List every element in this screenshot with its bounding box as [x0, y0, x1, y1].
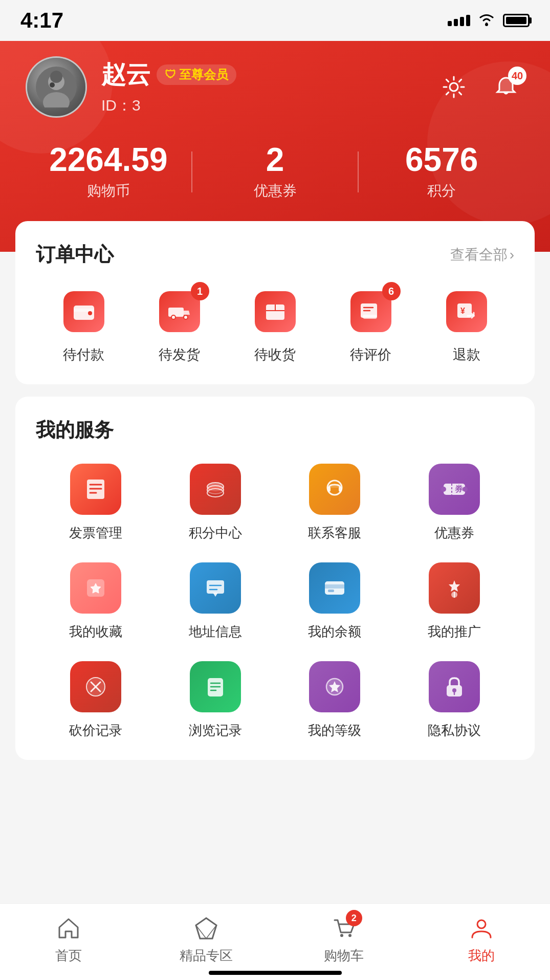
service-grid: 发票管理 积分中心 联系客服 [36, 464, 514, 739]
address-icon [190, 562, 241, 614]
svg-point-5 [50, 71, 62, 83]
service-customer-service[interactable]: 联系客服 [275, 464, 395, 542]
person-icon [467, 914, 496, 943]
svg-rect-43 [328, 590, 334, 592]
coupons-label: 优惠券 [192, 181, 358, 201]
svg-point-28 [207, 489, 224, 497]
balance-icon [309, 562, 360, 614]
nav-home-label: 首页 [55, 947, 82, 965]
user-id: ID：3 [101, 95, 236, 116]
points-center-icon [190, 464, 241, 515]
service-privacy[interactable]: 隐私协议 [394, 661, 514, 739]
service-coupon-label: 优惠券 [434, 524, 474, 542]
svg-point-4 [50, 82, 55, 88]
invoice-icon [70, 464, 121, 515]
profile-header: 赵云 🛡 至尊会员 ID：3 [0, 41, 550, 252]
nav-premium-label: 精品专区 [180, 947, 233, 965]
svg-text:券: 券 [454, 485, 464, 493]
svg-point-59 [340, 934, 343, 937]
settings-button[interactable] [435, 69, 472, 105]
service-promo[interactable]: 我的推广 [394, 562, 514, 641]
service-balance-label: 我的余额 [308, 623, 361, 641]
cart-badge: 2 [346, 910, 362, 926]
customer-service-icon [309, 464, 360, 515]
service-customer-service-label: 联系客服 [308, 524, 361, 542]
services-title: 我的服务 [36, 417, 514, 443]
service-balance[interactable]: 我的余额 [275, 562, 395, 641]
wifi-icon [477, 10, 496, 31]
vip-badge: 🛡 至尊会员 [157, 64, 236, 85]
svg-marker-57 [196, 918, 216, 939]
svg-rect-38 [207, 580, 224, 594]
order-item-pending-receive[interactable]: 待收货 [250, 286, 301, 364]
header-actions: 40 [435, 69, 524, 105]
order-label-pending-payment: 待付款 [63, 345, 104, 364]
svg-point-34 [463, 487, 468, 492]
refund-icon: ¥ [446, 291, 487, 332]
avatar[interactable] [26, 56, 87, 118]
order-center-card: 订单中心 查看全部 › 待付款 [15, 221, 535, 384]
service-promo-label: 我的推广 [428, 623, 481, 641]
bargain-icon [70, 661, 121, 712]
service-level[interactable]: 我的等级 [275, 661, 395, 739]
service-points-label: 积分中心 [189, 524, 242, 542]
shopping-currency-label: 购物币 [26, 181, 191, 201]
user-info: 赵云 🛡 至尊会员 ID：3 [26, 56, 236, 118]
service-collect[interactable]: 我的收藏 [36, 562, 156, 641]
order-label-refund: 退款 [453, 345, 480, 364]
status-icons [448, 10, 530, 31]
package-icon [255, 291, 296, 332]
svg-point-2 [48, 74, 64, 90]
nav-cart[interactable]: 2 购物车 [275, 914, 413, 970]
svg-rect-30 [327, 487, 331, 492]
svg-point-12 [184, 315, 188, 319]
svg-text:¥: ¥ [460, 307, 465, 315]
service-invoice[interactable]: 发票管理 [36, 464, 156, 542]
stat-points[interactable]: 6576 积分 [359, 143, 524, 201]
points-value: 6576 [359, 143, 524, 176]
status-bar: 4:17 [0, 0, 550, 41]
nav-home[interactable]: 首页 [0, 914, 138, 970]
stat-coupons[interactable]: 2 优惠券 [192, 143, 358, 201]
order-item-refund[interactable]: ¥ 退款 [441, 286, 492, 364]
service-invoice-label: 发票管理 [69, 524, 122, 542]
wallet-icon [63, 291, 104, 332]
view-all-button[interactable]: 查看全部 › [450, 245, 514, 265]
nav-premium[interactable]: 精品专区 [138, 914, 275, 970]
home-indicator [209, 971, 342, 975]
svg-point-0 [485, 23, 488, 26]
service-address-label: 地址信息 [189, 623, 242, 641]
user-name: 赵云 🛡 至尊会员 [101, 58, 236, 91]
nav-mine[interactable]: 我的 [412, 914, 550, 970]
home-icon [54, 914, 83, 943]
service-address[interactable]: 地址信息 [156, 562, 275, 641]
stat-shopping-currency[interactable]: 2264.59 购物币 [26, 143, 191, 201]
service-history-label: 浏览记录 [189, 722, 242, 739]
svg-point-33 [441, 487, 446, 492]
service-points[interactable]: 积分中心 [156, 464, 275, 542]
nav-mine-label: 我的 [468, 947, 495, 965]
svg-point-11 [171, 315, 175, 319]
service-coupon[interactable]: 券 优惠券 [394, 464, 514, 542]
coupon-icon: 券 [429, 464, 480, 515]
order-item-pending-review[interactable]: 6 待评价 [345, 286, 397, 364]
service-bargain[interactable]: 砍价记录 [36, 661, 156, 739]
svg-rect-31 [339, 487, 342, 492]
services-card: 我的服务 发票管理 积分中心 [15, 397, 535, 760]
svg-point-60 [348, 934, 351, 937]
shopping-currency-value: 2264.59 [26, 143, 191, 176]
promo-icon [429, 562, 480, 614]
notification-button[interactable]: 40 [488, 69, 524, 105]
coupons-value: 2 [192, 143, 358, 176]
privacy-icon [429, 661, 480, 712]
service-history[interactable]: 浏览记录 [156, 661, 275, 739]
service-privacy-label: 隐私协议 [428, 722, 481, 739]
order-item-pending-payment[interactable]: 待付款 [58, 286, 109, 364]
svg-rect-17 [363, 315, 377, 319]
pending-ship-badge: 1 [191, 282, 209, 300]
svg-point-6 [450, 83, 458, 91]
cart-icon: 2 [329, 914, 358, 943]
order-item-pending-ship[interactable]: 1 待发货 [154, 286, 205, 364]
service-bargain-label: 砍价记录 [69, 722, 122, 739]
history-icon [190, 661, 241, 712]
